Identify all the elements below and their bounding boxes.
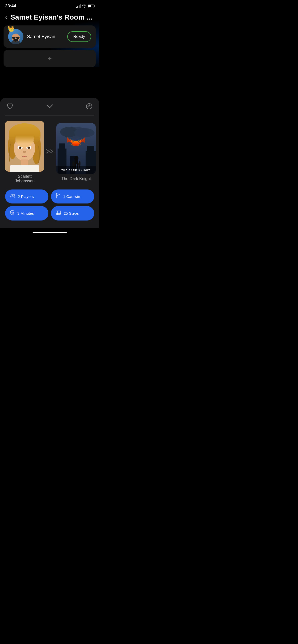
ready-button[interactable]: Ready: [67, 31, 91, 42]
canwin-label: 1 Can win: [63, 194, 80, 199]
movie-image: THE DARK KNIGHT: [56, 123, 96, 174]
crown-icon: 👑: [8, 25, 15, 32]
edit-icon[interactable]: [86, 103, 93, 111]
player-card-host: 👑: [4, 25, 96, 48]
svg-rect-33: [87, 146, 94, 154]
bottom-toolbar: [4, 103, 95, 111]
person-name: ScarlettJohansson: [15, 174, 34, 183]
svg-point-23: [23, 151, 26, 153]
page-title: Samet Eyisan's Room ...: [10, 13, 93, 21]
svg-point-22: [29, 147, 30, 148]
svg-rect-5: [16, 37, 19, 39]
players-label: 2 Players: [18, 194, 34, 199]
steps-stat-btn[interactable]: 25 Steps: [51, 206, 94, 221]
svg-point-29: [74, 128, 94, 137]
content-row: ScarlettJohansson: [4, 121, 95, 183]
svg-point-43: [11, 194, 13, 196]
svg-point-44: [13, 194, 15, 196]
status-bar: 23:44: [0, 0, 99, 11]
back-button[interactable]: ‹: [5, 13, 7, 21]
steps-icon: [56, 210, 61, 217]
minutes-stat-btn[interactable]: 3 Minutes: [5, 206, 48, 221]
svg-rect-4: [12, 37, 15, 39]
chevron-down-icon[interactable]: [46, 104, 53, 110]
divider: [5, 115, 94, 116]
mid-space: [0, 67, 99, 98]
svg-rect-31: [59, 143, 65, 151]
svg-point-3: [13, 39, 18, 42]
svg-point-38: [74, 156, 78, 160]
canwin-stat-btn[interactable]: 1 Can win: [51, 189, 94, 203]
player-cards-section: 👑: [0, 25, 99, 67]
player-name: Samet Eyisan: [27, 34, 55, 39]
home-indicator: [0, 228, 99, 237]
flag-icon: [56, 193, 61, 200]
person-image: [5, 121, 44, 172]
steps-label: 25 Steps: [64, 211, 79, 215]
plus-icon: +: [48, 55, 52, 62]
avatar-container: 👑: [8, 29, 23, 44]
svg-rect-25: [10, 165, 39, 172]
page-header: ‹ Samet Eyisan's Room ...: [0, 11, 99, 25]
status-icons: [76, 4, 94, 8]
movie-card: THE DARK KNIGHT The Dark Knight: [58, 123, 94, 181]
svg-text:THE DARK KNIGHT: THE DARK KNIGHT: [62, 169, 91, 171]
svg-point-35: [72, 141, 80, 146]
player-left: 👑: [8, 29, 55, 44]
svg-point-21: [20, 147, 21, 148]
players-stat-btn[interactable]: 2 Players: [5, 189, 48, 203]
minutes-label: 3 Minutes: [17, 211, 34, 215]
timer-icon: [10, 210, 15, 217]
svg-rect-48: [56, 211, 61, 214]
status-time: 23:44: [5, 4, 16, 9]
person-card: ScarlettJohansson: [7, 121, 43, 183]
movie-title: The Dark Knight: [61, 177, 91, 181]
battery-icon: [88, 5, 94, 8]
home-bar: [33, 232, 67, 233]
players-icon: [10, 194, 15, 199]
heart-icon[interactable]: [7, 103, 14, 111]
add-player-card[interactable]: +: [4, 50, 96, 67]
arrows-icon: [45, 148, 56, 157]
bottom-sheet: ScarlettJohansson: [0, 98, 99, 228]
wifi-icon: [82, 4, 86, 8]
stats-grid: 2 Players 1 Can win 3 Minutes: [4, 189, 95, 221]
signal-icon: [76, 4, 81, 8]
